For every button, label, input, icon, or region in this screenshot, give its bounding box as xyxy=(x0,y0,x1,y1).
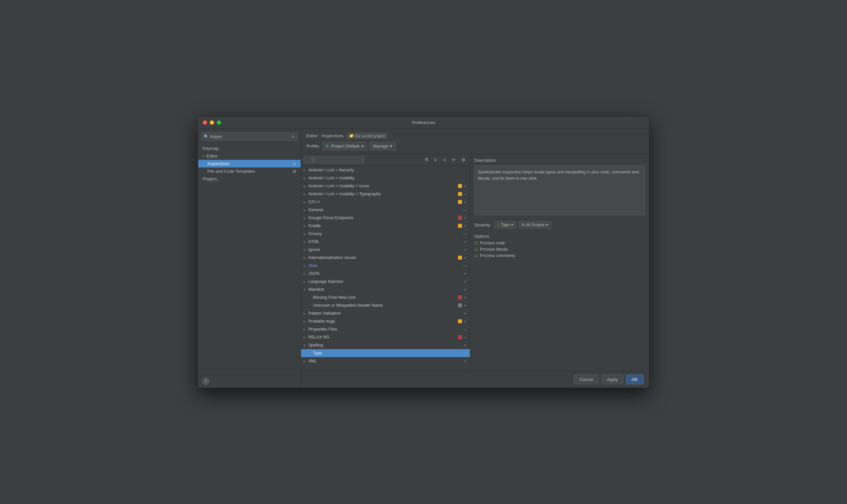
settings-button[interactable]: ⚙ xyxy=(459,156,467,164)
content-area: 🔍 ✕ Keymap ▾ Editor Inspections ⊞ File a… xyxy=(198,129,649,388)
row-check: ✓ xyxy=(463,287,467,292)
tree-row[interactable]: ▸ Android > Lint > Security xyxy=(301,166,470,174)
expand-all-button[interactable]: ≡ xyxy=(431,156,439,164)
sidebar-item-keymap[interactable]: Keymap xyxy=(198,145,301,152)
row-check: ✓ xyxy=(463,279,467,284)
highlight-button[interactable]: ✏ xyxy=(450,156,458,164)
tree-row[interactable]: ▾ Manifest ✓ xyxy=(301,286,470,293)
manage-button[interactable]: Manage ▾ xyxy=(369,142,396,150)
severity-indicator xyxy=(458,200,462,204)
tree-row[interactable]: Unknown or Misspelled Header Name ✓ xyxy=(301,301,470,309)
options-title: Options xyxy=(474,234,645,239)
row-check: ✓ xyxy=(463,239,467,244)
filter-input[interactable] xyxy=(304,156,364,163)
tree-row[interactable]: ▾ Spelling ✓ xyxy=(301,341,470,349)
maximize-button[interactable] xyxy=(217,120,221,125)
minimize-button[interactable] xyxy=(210,120,214,125)
inspections-label: Inspections xyxy=(207,161,229,166)
row-check: — xyxy=(463,208,467,212)
row-arrow: ▸ xyxy=(304,320,308,323)
process-code-label: Process code xyxy=(480,241,505,245)
description-panel: Description Spellchecker inspection help… xyxy=(470,154,649,371)
search-clear-icon[interactable]: ✕ xyxy=(291,134,295,139)
sidebar-item-file-templates[interactable]: File and Code Templates ⊞ xyxy=(198,167,301,175)
row-label: JSON xyxy=(308,271,463,276)
tree-row[interactable]: ▸ General — xyxy=(301,206,470,214)
resize-handle[interactable]: ··· xyxy=(474,216,645,218)
row-label: Google Cloud Endpoints xyxy=(308,216,458,220)
tree-row[interactable]: ▸ Probable bugs ✓ xyxy=(301,317,470,325)
manage-label: Manage xyxy=(373,144,388,148)
keymap-label: Keymap xyxy=(203,146,219,151)
window-title: Preferences xyxy=(412,120,435,125)
tree-row[interactable]: ▸ JSON ✓ xyxy=(301,270,470,277)
row-label: Android > Lint > Security xyxy=(308,168,463,173)
breadcrumb-editor: Editor xyxy=(306,133,317,138)
tree-row[interactable]: ▸ Properties Files — xyxy=(301,325,470,333)
tree-row-typo[interactable]: Typo ✓ xyxy=(301,349,470,357)
tree-row[interactable]: Missing Final New Line ✓ xyxy=(301,293,470,301)
sidebar-footer: ? xyxy=(198,375,301,388)
scope-dropdown[interactable]: In All Scopes ▾ xyxy=(519,221,551,229)
tree-row[interactable]: ▸ Google Cloud Endpoints ✓ xyxy=(301,214,470,222)
row-label: Spelling xyxy=(308,343,463,347)
tree-row[interactable]: ▸ Internationalization issues ✓ xyxy=(301,254,470,262)
row-label: Properties Files xyxy=(308,327,463,331)
preferences-window: Preferences 🔍 ✕ Keymap ▾ Editor Inspecti… xyxy=(198,116,649,388)
help-button[interactable]: ? xyxy=(202,378,209,385)
tree-row[interactable]: ▸ Ignore ✓ xyxy=(301,246,470,254)
row-label: Missing Final New Line xyxy=(313,295,458,300)
option-process-comments[interactable]: ☑ Process comments xyxy=(474,253,645,258)
sidebar-item-editor[interactable]: ▾ Editor xyxy=(198,152,301,160)
severity-check-icon: ✓ xyxy=(497,223,500,227)
row-label: Language Injection xyxy=(308,279,463,284)
tree-row[interactable]: ▸ C/C++ ✓ xyxy=(301,198,470,206)
search-input[interactable] xyxy=(202,132,297,141)
severity-chevron: ▾ xyxy=(511,222,513,227)
tree-row[interactable]: ▸ RELAX NG — xyxy=(301,333,470,341)
row-arrow: ▸ xyxy=(304,280,308,284)
sidebar-item-inspections[interactable]: Inspections ⊞ xyxy=(198,160,301,167)
filter-button[interactable]: ⚗ xyxy=(422,156,430,164)
project-badge: 📁 For current project xyxy=(347,133,387,139)
row-arrow: ▸ xyxy=(304,216,308,220)
collapse-all-button[interactable]: ≡ xyxy=(441,156,449,164)
scope-value: In All Scopes xyxy=(522,222,544,227)
tree-row[interactable]: ▸ Android > Lint > Usability > Typograph… xyxy=(301,190,470,198)
process-literals-checkbox[interactable]: ☑ xyxy=(474,247,478,252)
tree-row[interactable]: ▸ Gradle ✓ xyxy=(301,222,470,230)
project-badge-text: For current project xyxy=(355,134,385,138)
row-label: Android > Lint > Usability > Icons xyxy=(308,184,458,188)
tree-row[interactable]: ▸ Pattern Validation ✓ xyxy=(301,309,470,317)
tree-row[interactable]: ▸ HTML ✓ xyxy=(301,238,470,246)
tree-row[interactable]: ▸ XML ✓ xyxy=(301,357,470,365)
file-templates-icon: ⊞ xyxy=(293,169,296,174)
tree-row[interactable]: ▸ Java — xyxy=(301,262,470,270)
search-icon: 🔍 xyxy=(204,134,209,139)
tree-row[interactable]: ▸ Groovy — xyxy=(301,230,470,238)
process-comments-checkbox[interactable]: ☑ xyxy=(474,253,478,258)
cancel-button[interactable]: Cancel xyxy=(574,375,599,384)
close-button[interactable] xyxy=(203,120,207,125)
profile-label: Profile: xyxy=(306,144,319,148)
row-label: Manifest xyxy=(308,287,463,292)
row-check: ✓ xyxy=(463,184,467,188)
option-process-literals[interactable]: ☑ Process literals xyxy=(474,247,645,252)
tree-row[interactable]: ▸ Android > Lint > Usability xyxy=(301,174,470,182)
row-label: Groovy xyxy=(308,231,463,236)
ok-button[interactable]: OK xyxy=(626,375,643,384)
tree-row[interactable]: ▸ Language Injection ✓ xyxy=(301,277,470,286)
process-code-checkbox[interactable]: ☑ xyxy=(474,241,478,245)
apply-button[interactable]: Apply xyxy=(601,375,624,384)
row-check: ✓ xyxy=(463,319,467,324)
severity-indicator xyxy=(458,303,462,307)
breadcrumb: Editor › Inspections 📁 For current proje… xyxy=(306,133,643,139)
sidebar-item-plugins[interactable]: Plugins xyxy=(198,175,301,183)
profile-dropdown[interactable]: ⚙ Project Default ▾ xyxy=(322,142,366,150)
row-check: ✓ xyxy=(463,271,467,276)
project-icon: 📁 xyxy=(349,133,354,138)
severity-dropdown[interactable]: ✓ Typo ▾ xyxy=(494,221,516,229)
tree-row[interactable]: ▸ Android > Lint > Usability > Icons ✓ xyxy=(301,182,470,190)
row-check: ✓ xyxy=(463,200,467,204)
option-process-code[interactable]: ☑ Process code xyxy=(474,241,645,245)
